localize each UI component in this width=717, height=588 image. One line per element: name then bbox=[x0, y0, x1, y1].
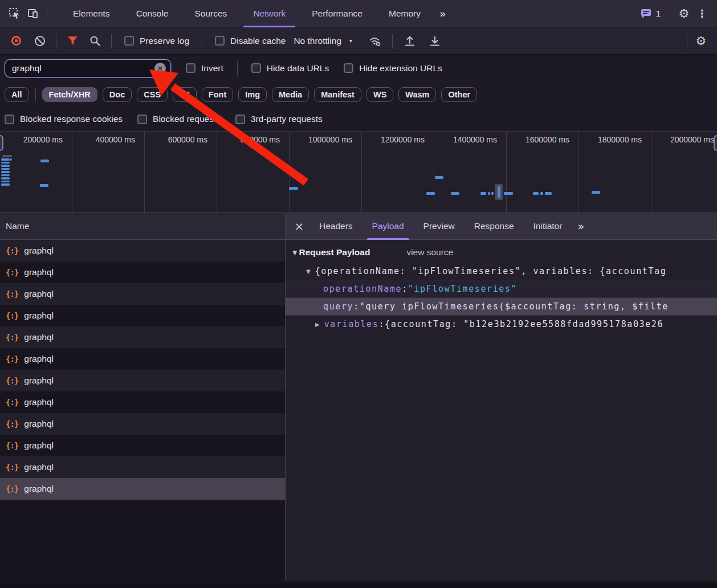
hide-data-urls-checkbox[interactable]: Hide data URLs bbox=[251, 63, 329, 74]
request-payload-section[interactable]: ▼ Request Payload view source bbox=[286, 240, 717, 263]
network-overview-timeline[interactable]: 200000 ms400000 ms600000 ms800000 ms1000… bbox=[0, 131, 717, 213]
filter-funnel-icon[interactable] bbox=[63, 32, 82, 50]
filter-chip-css[interactable]: CSS bbox=[137, 87, 168, 102]
request-row[interactable]: {:}graphql bbox=[0, 283, 285, 305]
settings-gear-icon[interactable]: ⚙ bbox=[675, 5, 693, 23]
payload-tree-row[interactable]: ▶variables: {accountTag: "b12e3b2192ee55… bbox=[286, 316, 717, 333]
timeline-request-bar bbox=[540, 192, 543, 195]
filter-chip-font[interactable]: Font bbox=[202, 87, 233, 102]
request-row[interactable]: {:}graphql bbox=[0, 413, 285, 435]
view-source-link[interactable]: view source bbox=[406, 247, 453, 258]
filter-chip-wasm[interactable]: Wasm bbox=[398, 87, 436, 102]
clear-filter-icon[interactable]: × bbox=[154, 63, 166, 74]
close-details-icon[interactable]: × bbox=[289, 216, 309, 236]
tab-sources[interactable]: Sources bbox=[182, 0, 241, 27]
divider bbox=[56, 34, 56, 48]
network-conditions-icon[interactable] bbox=[366, 32, 384, 50]
kebab-menu-icon[interactable]: ⋮ bbox=[693, 5, 711, 23]
divider bbox=[670, 6, 670, 21]
checkbox[interactable] bbox=[344, 63, 353, 73]
collapse-triangle-icon: ▼ bbox=[292, 249, 297, 256]
timeline-right-handle[interactable] bbox=[714, 135, 717, 151]
tab-memory[interactable]: Memory bbox=[376, 0, 434, 27]
filter-chip-img[interactable]: Img bbox=[238, 87, 267, 102]
filter-chip-ws[interactable]: WS bbox=[366, 87, 393, 102]
chevron-down-icon: ▾ bbox=[349, 38, 352, 44]
details-tab-preview[interactable]: Preview bbox=[414, 213, 465, 240]
third-party-requests-checkbox[interactable]: 3rd-party requests bbox=[235, 114, 323, 124]
filter-chip-fetch-xhr[interactable]: Fetch/XHR bbox=[42, 87, 97, 102]
tab-elements[interactable]: Elements bbox=[60, 0, 123, 27]
filter-chip-js[interactable]: JS bbox=[173, 87, 197, 102]
issue-count: 1 bbox=[656, 9, 661, 18]
request-name: graphql bbox=[24, 354, 54, 364]
request-row[interactable]: {:}graphql bbox=[0, 456, 285, 478]
checkbox[interactable] bbox=[124, 36, 134, 46]
collapsed-triangle-icon[interactable]: ▶ bbox=[315, 321, 320, 328]
timeline-tick-label: 200000 ms bbox=[23, 135, 63, 144]
json-request-icon: {:} bbox=[6, 289, 18, 299]
filter-input[interactable] bbox=[12, 63, 154, 74]
timeline-tick: 200000 ms bbox=[0, 132, 72, 213]
invert-checkbox[interactable]: Invert bbox=[186, 63, 223, 74]
throttling-select[interactable]: No throttling ▾ bbox=[294, 36, 352, 46]
checkbox[interactable] bbox=[5, 115, 14, 124]
checkbox[interactable] bbox=[215, 36, 225, 46]
divider bbox=[202, 34, 202, 48]
blocked-requests-checkbox[interactable]: Blocked requests bbox=[137, 114, 221, 124]
details-tab-payload[interactable]: Payload bbox=[362, 213, 414, 240]
request-name: graphql bbox=[24, 419, 54, 429]
hide-extension-urls-checkbox[interactable]: Hide extension URLs bbox=[344, 63, 442, 74]
import-har-icon[interactable] bbox=[401, 32, 419, 50]
details-tab-headers[interactable]: Headers bbox=[309, 213, 362, 240]
disable-cache-checkbox[interactable]: Disable cache bbox=[215, 36, 286, 46]
request-row[interactable]: {:}graphql bbox=[0, 240, 285, 262]
request-row[interactable]: {:}graphql bbox=[0, 391, 285, 413]
filter-chip-media[interactable]: Media bbox=[272, 87, 309, 102]
divider bbox=[47, 6, 47, 21]
filter-chip-all[interactable]: All bbox=[5, 87, 29, 102]
blocked-response-cookies-checkbox[interactable]: Blocked response cookies bbox=[5, 114, 123, 124]
timeline-tick: 1200000 ms bbox=[362, 132, 434, 213]
preserve-log-checkbox[interactable]: Preserve log bbox=[124, 36, 189, 46]
request-row[interactable]: {:}graphql bbox=[0, 305, 285, 326]
payload-tree-row[interactable]: ▼{operationName: "ipFlowTimeseries", var… bbox=[286, 263, 717, 280]
network-settings-gear-icon[interactable]: ⚙ bbox=[692, 32, 710, 50]
name-column-header[interactable]: Name bbox=[0, 213, 285, 240]
issues-button[interactable]: 1 bbox=[636, 9, 665, 19]
filter-chip-other[interactable]: Other bbox=[441, 87, 477, 102]
payload-tree-row[interactable]: operationName: "ipFlowTimeseries" bbox=[286, 280, 717, 298]
request-row[interactable]: {:}graphql bbox=[0, 370, 285, 391]
request-row[interactable]: {:}graphql bbox=[0, 348, 285, 370]
tab-network[interactable]: Network bbox=[240, 0, 299, 27]
payload-tree-row[interactable]: query: "query ipFlowTimeseries($accountT… bbox=[286, 298, 717, 316]
export-har-icon[interactable] bbox=[426, 32, 444, 50]
filter-input-box[interactable]: × bbox=[5, 59, 171, 77]
timeline-tick: 1400000 ms bbox=[434, 132, 507, 213]
request-row[interactable]: {:}graphql bbox=[0, 326, 285, 348]
more-panels-icon[interactable]: » bbox=[434, 7, 451, 20]
search-icon[interactable] bbox=[86, 32, 104, 50]
checkbox[interactable] bbox=[235, 115, 245, 124]
device-toolbar-icon[interactable] bbox=[24, 5, 42, 23]
tab-console[interactable]: Console bbox=[123, 0, 182, 27]
inspect-element-icon[interactable] bbox=[6, 5, 24, 23]
tab-performance[interactable]: Performance bbox=[299, 0, 376, 27]
checkbox[interactable] bbox=[137, 115, 147, 124]
request-row[interactable]: {:}graphql bbox=[0, 262, 285, 283]
record-network-log-icon[interactable] bbox=[7, 32, 25, 50]
filter-chip-manifest[interactable]: Manifest bbox=[314, 87, 361, 102]
details-tab-response[interactable]: Response bbox=[465, 213, 524, 240]
details-tab-initiator[interactable]: Initiator bbox=[524, 213, 572, 240]
timeline-left-handle[interactable] bbox=[0, 135, 3, 151]
clear-network-log-icon[interactable] bbox=[31, 32, 49, 50]
checkbox[interactable] bbox=[186, 63, 195, 73]
expanded-triangle-icon[interactable]: ▼ bbox=[306, 268, 311, 275]
request-row[interactable]: {:}graphql bbox=[0, 478, 285, 500]
filter-chip-doc[interactable]: Doc bbox=[103, 87, 132, 102]
more-detail-tabs-icon[interactable]: » bbox=[572, 220, 589, 232]
timeline-request-bar bbox=[592, 191, 600, 194]
request-row[interactable]: {:}graphql bbox=[0, 435, 285, 456]
checkbox[interactable] bbox=[251, 63, 261, 73]
json-request-icon: {:} bbox=[6, 441, 18, 450]
